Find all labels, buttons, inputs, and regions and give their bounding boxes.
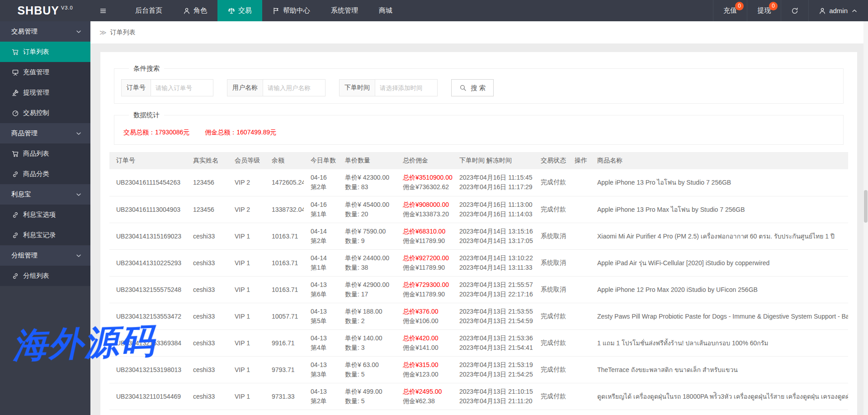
- price-qty-cell: 单价¥ 188.00数量: 2: [338, 303, 396, 329]
- product-name-cell: Zesty Paws Pill Wrap Probiotic Paste for…: [590, 303, 848, 329]
- today-orders-cell: 04-13第6单: [304, 276, 338, 303]
- link-icon: [12, 232, 19, 239]
- price-qty-cell: 单价¥ 7590.00数量: 9: [338, 223, 396, 249]
- sidebar-toggle-icon[interactable]: [90, 0, 116, 21]
- realname-cell: ceshi33: [186, 356, 228, 383]
- time-cell: 2023年04月16日 11:13:002023年04月16日 11:14:03: [453, 196, 534, 223]
- scrollbar-thumb[interactable]: [864, 190, 868, 223]
- realname-cell: ceshi33: [186, 410, 228, 415]
- cart-icon: [12, 150, 19, 157]
- status-cell: 完成付款: [534, 383, 568, 410]
- column-header: 操作: [568, 152, 590, 169]
- sidebar-item[interactable]: 提现管理: [0, 82, 90, 103]
- count-badge: 0: [769, 2, 778, 10]
- refresh-icon: [791, 7, 798, 14]
- sidebar-item[interactable]: 交易控制: [0, 103, 90, 123]
- nav-menu-item[interactable]: 交易: [217, 0, 262, 21]
- logo-version: V3.0: [61, 5, 73, 10]
- sidebar-item[interactable]: 利息宝选项: [0, 205, 90, 225]
- search-field-label: 下单时间: [339, 79, 375, 96]
- product-name-cell: TheTerrace ถังขยะพลาสติก ขนาดเล็ก สำหรับ…: [590, 356, 848, 383]
- balance-cell: 9613.53: [265, 410, 304, 415]
- balance-cell: 9916.71: [265, 329, 304, 356]
- chevron-down-icon: [75, 191, 82, 198]
- sidebar-group[interactable]: 商品管理: [0, 123, 90, 143]
- nav-menu-item[interactable]: 角色: [173, 0, 217, 21]
- sidebar-item[interactable]: 分组列表: [0, 266, 90, 286]
- sidebar-item[interactable]: 订单列表: [0, 42, 90, 62]
- today-orders-cell: 04-13第2单: [304, 383, 338, 410]
- search-legend: 条件搜索: [129, 64, 164, 73]
- status-cell: 完成付款: [534, 410, 568, 415]
- status-cell: 完成付款: [534, 329, 568, 356]
- nav-menu-item[interactable]: 商城: [368, 0, 403, 21]
- total-commission-cell: 总价¥927200.00佣金¥11789.90: [396, 249, 453, 276]
- gavel-icon: [12, 89, 19, 96]
- status-cell: 完成付款: [534, 303, 568, 329]
- price-qty-cell: 单价¥ 499.00数量: 5: [338, 383, 396, 410]
- search-input[interactable]: [375, 79, 438, 96]
- scales-icon: [228, 7, 235, 14]
- user-menu[interactable]: admin: [808, 0, 868, 21]
- search-input[interactable]: [151, 79, 213, 96]
- total-commission-amount: 佣金总额：1607499.89元: [205, 129, 276, 137]
- nav-action[interactable]: 充值 0: [713, 0, 747, 21]
- sidebar-item[interactable]: 利息宝记录: [0, 225, 90, 245]
- table-row: UB2304141315169023 ceshi33 VIP 1 10163.7…: [109, 223, 848, 249]
- nav-action[interactable]: 提现 0: [747, 0, 781, 21]
- realname-cell: ceshi33: [186, 223, 228, 249]
- orders-table: 订单号真实姓名会员等级余额今日单数单价数量总价佣金下单时间 解冻时间交易状态操作…: [109, 152, 848, 415]
- order-no-cell: UB2304132153369384: [109, 329, 186, 356]
- breadcrumb-current[interactable]: 订单列表: [110, 29, 136, 37]
- sidebar-group[interactable]: 分组管理: [0, 245, 90, 266]
- nav-menu-item[interactable]: 后台首页: [125, 0, 173, 21]
- price-qty-cell: 单价¥ 45400.00数量: 20: [338, 196, 396, 223]
- total-commission-cell: 总价¥2495.00佣金¥62.38: [396, 383, 453, 410]
- vip-level-cell: VIP 2: [228, 169, 265, 196]
- sidebar-item[interactable]: 商品列表: [0, 143, 90, 164]
- search-button[interactable]: 搜 索: [451, 79, 494, 96]
- order-no-cell: UB2304132153198013: [109, 356, 186, 383]
- nav-right: 充值 0 提现 0 admin: [713, 0, 868, 21]
- balance-cell: 9793.71: [265, 356, 304, 383]
- user-icon: [183, 7, 190, 14]
- sidebar-item[interactable]: 充值管理: [0, 62, 90, 82]
- stats-fieldset: 数据统计 交易总额：17930086元 佣金总额：1607499.89元: [114, 111, 844, 145]
- price-qty-cell: 单价¥ 589.00数量: 8: [338, 410, 396, 415]
- sidebar-item[interactable]: 商品分类: [0, 164, 90, 184]
- total-commission-cell: 总价¥315.00佣金¥123.00: [396, 356, 453, 383]
- nav-menu-item[interactable]: 帮助中心: [262, 0, 321, 21]
- vip-level-cell: VIP 1: [228, 410, 265, 415]
- sidebar-group[interactable]: 利息宝: [0, 184, 90, 205]
- total-commission-cell: 总价¥376.00佣金¥106.00: [396, 303, 453, 329]
- search-input[interactable]: [263, 79, 326, 96]
- vertical-scrollbar[interactable]: [863, 21, 868, 415]
- link-icon: [12, 211, 19, 219]
- gauge-icon: [12, 110, 19, 117]
- link-icon: [12, 171, 19, 178]
- balance-cell: 9731.33: [265, 383, 304, 410]
- chevron-down-icon: [75, 28, 82, 35]
- vip-level-cell: VIP 1: [228, 383, 265, 410]
- price-qty-cell: 单价¥ 140.00数量: 3: [338, 329, 396, 356]
- action-cell: [568, 410, 590, 415]
- app-logo[interactable]: SHBUY V3.0: [0, 0, 90, 21]
- order-no-cell: UB2304141315169023: [109, 223, 186, 249]
- order-no-cell: UB2304161113004903: [109, 196, 186, 223]
- sidebar-group[interactable]: 交易管理: [0, 21, 90, 42]
- total-commission-cell: 总价¥729300.00佣金¥11789.90: [396, 276, 453, 303]
- time-cell: 2023年04月13日 21:06:562023年04月13日 21:08:05: [453, 410, 534, 415]
- table-row: UB2304161113004903 123456 VIP 2 1338732.…: [109, 196, 848, 223]
- username: admin: [829, 7, 848, 14]
- search-field: 用户名称: [227, 79, 326, 96]
- action-cell: [568, 196, 590, 223]
- realname-cell: ceshi33: [186, 276, 228, 303]
- time-cell: 2023年04月13日 21:55:572023年04月13日 22:17:16: [453, 276, 534, 303]
- nav-menu-item[interactable]: 系统管理: [321, 0, 368, 21]
- refresh-button[interactable]: [781, 0, 808, 21]
- price-qty-cell: 单价¥ 42300.00数量: 83: [338, 169, 396, 196]
- table-row: UB2304161115454263 123456 VIP 2 1472605.…: [109, 169, 848, 196]
- today-orders-cell: 04-13第5单: [304, 303, 338, 329]
- product-name-cell: Apple iPad Air รุ่น WiFi-Cellular [2020]…: [590, 249, 848, 276]
- total-commission-cell: 总价¥908000.00佣金¥133873.20: [396, 196, 453, 223]
